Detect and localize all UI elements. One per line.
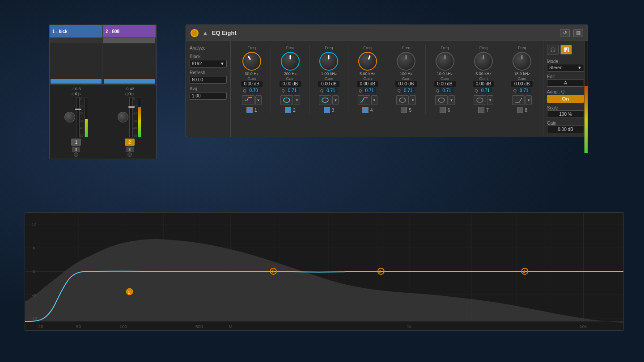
band5-freq-knob[interactable] bbox=[397, 52, 415, 71]
band6-type-row: ▼ bbox=[435, 95, 455, 105]
band2-gain-label: Gain bbox=[286, 76, 295, 81]
band2-dropdown[interactable]: ▼ bbox=[294, 95, 300, 105]
band8-type-button[interactable] bbox=[512, 95, 525, 105]
ch1-level: -10.3 bbox=[72, 87, 81, 91]
ch2-knob[interactable] bbox=[118, 112, 128, 122]
band2-type-button[interactable] bbox=[280, 95, 293, 105]
refresh-value-box[interactable]: 60.00 bbox=[190, 76, 227, 84]
band4-toggle[interactable] bbox=[362, 107, 369, 113]
band3-type-row: ▼ bbox=[319, 95, 339, 105]
spectrum-button[interactable]: 📊 bbox=[560, 45, 572, 55]
band3-type-button[interactable] bbox=[319, 95, 331, 105]
eq-power-button[interactable] bbox=[191, 29, 199, 37]
band4-dropdown[interactable]: ▼ bbox=[371, 95, 377, 105]
ch1-number[interactable]: 1 bbox=[71, 139, 81, 146]
band1-freq-knob[interactable] bbox=[242, 52, 261, 71]
headphone-button[interactable]: 🎧 bbox=[547, 45, 559, 55]
eq-graph[interactable]: 1 2 3 4 20 50 100 500 M 1k 10k 12 6 0 -6… bbox=[25, 212, 624, 331]
mixer-tracks: 1 - kick 2 - 808 bbox=[50, 25, 156, 84]
band7-dropdown[interactable]: ▼ bbox=[487, 95, 493, 105]
block-value-box[interactable]: 8192 ▼ bbox=[190, 60, 227, 67]
eq-panel: ▲ EQ Eight ↺ ▦ Analyze Block 8192 ▼ Refr… bbox=[186, 25, 588, 137]
band1-freq-header: Freq bbox=[247, 46, 256, 50]
band5-toggle[interactable] bbox=[401, 107, 407, 113]
eq-save-button[interactable]: ▦ bbox=[573, 29, 583, 37]
band7-type-button[interactable] bbox=[474, 95, 486, 105]
mode-value[interactable]: Stereo ▼ bbox=[547, 64, 584, 72]
band8-dropdown[interactable]: ▼ bbox=[525, 95, 532, 105]
band6-dropdown[interactable]: ▼ bbox=[449, 95, 455, 105]
band5-freq-value: 100 Hz bbox=[400, 72, 413, 76]
adapt-q-button[interactable]: On bbox=[547, 95, 584, 103]
band4-number: 4 bbox=[370, 108, 373, 113]
ch2-solo[interactable]: S bbox=[126, 147, 134, 152]
band4-freq-knob[interactable] bbox=[358, 52, 377, 71]
adapt-q-label: Adapt. Q bbox=[547, 89, 584, 94]
gain-value[interactable]: 0.00 dB bbox=[547, 126, 584, 133]
track-name-2: 2 - 808 bbox=[106, 29, 119, 34]
band8-freq-knob[interactable] bbox=[513, 52, 531, 71]
ch2-number[interactable]: 2 bbox=[125, 139, 135, 146]
band6-type-icon bbox=[437, 97, 446, 103]
ch1-knob[interactable] bbox=[64, 112, 75, 122]
ch1-solo[interactable]: S bbox=[72, 147, 80, 152]
band6-q-label: Q bbox=[436, 88, 439, 93]
edit-value[interactable]: A bbox=[547, 79, 584, 87]
mixer-track-2: 2 - 808 bbox=[103, 25, 156, 84]
ch2-mute[interactable] bbox=[127, 152, 132, 157]
band4-type-row: ▼ bbox=[358, 95, 377, 105]
avg-value-box[interactable]: 1.00 bbox=[190, 92, 227, 100]
band5-dropdown[interactable]: ▼ bbox=[410, 95, 416, 105]
band3-toggle[interactable] bbox=[324, 107, 330, 113]
band6-toggle[interactable] bbox=[440, 107, 446, 113]
band3-dropdown[interactable]: ▼ bbox=[332, 95, 339, 105]
eq-band-5: Freq 100 Hz Gain 0.00 dB Q 0.71 bbox=[387, 45, 426, 114]
band2-freq-knob[interactable] bbox=[281, 52, 300, 71]
band2-q-value: 0.71 bbox=[286, 88, 299, 93]
band2-toggle-row: 2 bbox=[285, 107, 296, 113]
band7-toggle[interactable] bbox=[478, 107, 484, 113]
svg-text:100: 100 bbox=[119, 324, 127, 329]
ch2-fader[interactable] bbox=[129, 97, 133, 137]
band8-toggle-row: 8 bbox=[517, 107, 528, 113]
band4-q-row: Q 0.71 bbox=[359, 88, 376, 93]
ch1-fader[interactable] bbox=[76, 97, 80, 137]
gain-section: Gain 0.00 dB bbox=[547, 121, 584, 133]
band8-toggle[interactable] bbox=[517, 107, 523, 113]
edit-value-text: A bbox=[564, 80, 567, 85]
scale-value[interactable]: 100 % bbox=[547, 110, 584, 118]
band4-type-icon bbox=[360, 97, 369, 103]
band8-type-row: ▼ bbox=[512, 95, 532, 105]
band5-gain-value: 0.00 dB bbox=[395, 81, 417, 87]
band1-q-row: Q 0.70 bbox=[243, 88, 260, 93]
track-header-1[interactable]: 1 - kick bbox=[50, 25, 102, 38]
band4-type-button[interactable] bbox=[358, 95, 370, 105]
band1-freq-value: 30.0 Hz bbox=[245, 72, 258, 76]
band3-freq-knob[interactable] bbox=[319, 52, 338, 71]
band1-dropdown[interactable]: ▼ bbox=[255, 95, 262, 105]
band7-freq-knob[interactable] bbox=[474, 52, 493, 71]
eq-settings-button[interactable]: ↺ bbox=[560, 29, 570, 37]
eq-title: EQ Eight bbox=[212, 29, 556, 36]
band2-type-row: ▼ bbox=[280, 95, 300, 105]
band7-type-row: ▼ bbox=[474, 95, 493, 105]
band5-type-button[interactable] bbox=[396, 95, 409, 105]
band4-gain-value: 0.00 dB bbox=[357, 81, 378, 87]
band6-type-button[interactable] bbox=[435, 95, 448, 105]
svg-point-0 bbox=[284, 98, 290, 102]
band6-freq-knob[interactable] bbox=[436, 52, 454, 71]
ch1-mute[interactable] bbox=[74, 152, 78, 157]
band2-toggle[interactable] bbox=[285, 107, 291, 113]
eq-vu-fill bbox=[585, 86, 588, 153]
band4-q-value: 0.71 bbox=[363, 88, 376, 93]
block-dropdown-icon[interactable]: ▼ bbox=[220, 61, 225, 66]
band1-toggle-row: 1 bbox=[246, 107, 257, 113]
track-header-2[interactable]: 2 - 808 bbox=[103, 25, 156, 38]
band1-type-button[interactable] bbox=[242, 95, 254, 105]
band6-q-row: Q 0.71 bbox=[436, 88, 453, 93]
eq-bands-area: Freq 30.0 Hz Gain 0.00 dB Q 0.70 bbox=[231, 41, 543, 137]
mode-section: Mode Stereo ▼ bbox=[547, 59, 584, 72]
mixer-track-1: 1 - kick bbox=[50, 25, 103, 84]
band5-q-label: Q bbox=[398, 88, 401, 93]
band1-toggle[interactable] bbox=[246, 107, 253, 113]
